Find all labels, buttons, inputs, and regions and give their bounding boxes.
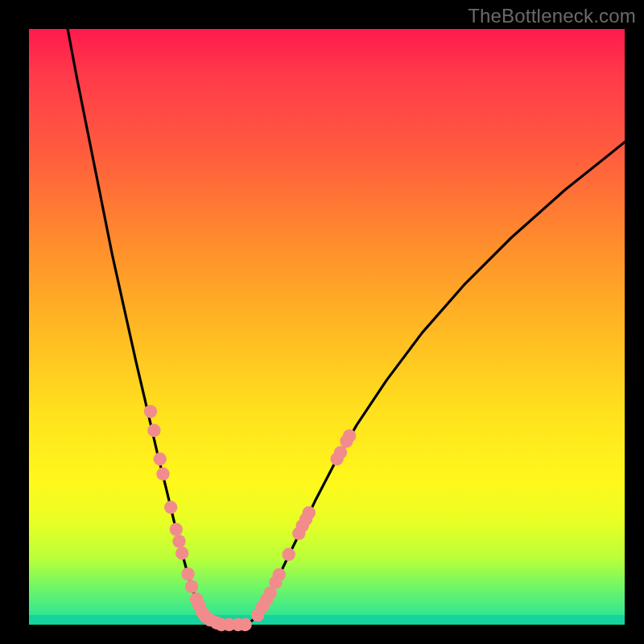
data-dot — [282, 547, 295, 560]
data-dot — [147, 424, 160, 437]
watermark-text: TheBottleneck.com — [468, 5, 636, 27]
data-dot — [172, 535, 185, 547]
data-dot — [273, 568, 286, 581]
data-dot — [175, 547, 188, 559]
chart-frame — [29, 29, 625, 625]
data-dot — [334, 446, 347, 459]
data-dot — [303, 506, 316, 519]
data-dots — [144, 405, 357, 631]
curve-path — [68, 29, 625, 625]
data-dot — [238, 618, 251, 631]
data-dot — [156, 468, 169, 481]
data-dot — [185, 580, 198, 592]
data-dot — [170, 522, 183, 535]
data-dot — [144, 405, 157, 418]
chart-svg — [29, 29, 625, 625]
data-dot — [181, 568, 194, 580]
data-dot — [164, 501, 177, 514]
curve-line — [68, 29, 625, 625]
data-dot — [343, 429, 356, 442]
data-dot — [154, 452, 167, 465]
